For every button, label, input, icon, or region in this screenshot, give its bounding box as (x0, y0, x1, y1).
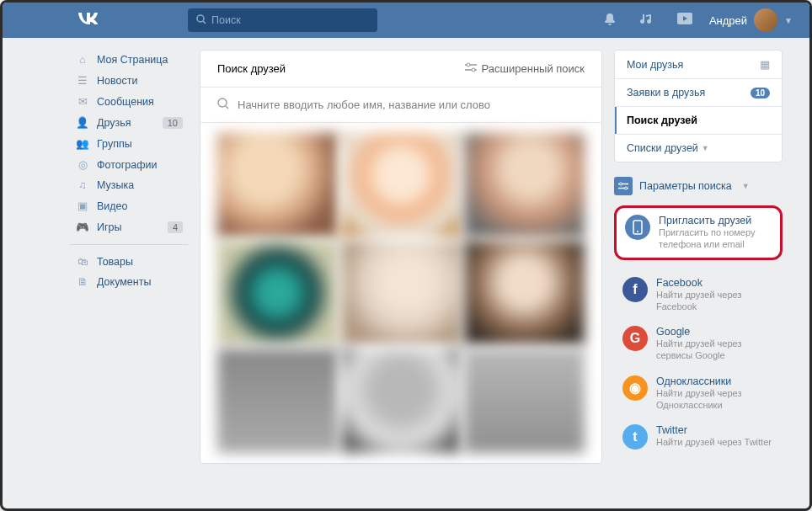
svg-point-5 (218, 98, 227, 107)
nav-search-friends[interactable]: Поиск друзей (615, 107, 782, 135)
sidebar-item-friends[interactable]: 👤Друзья10 (70, 112, 188, 133)
camera-icon: ◎ (75, 158, 90, 171)
social-subtitle: Найти друзей через Одноклассники (656, 387, 774, 412)
badge: 10 (163, 117, 183, 129)
video-icon: ▣ (75, 200, 90, 212)
search-params-toggle[interactable]: Параметры поиска ▼ (614, 174, 783, 205)
nav-label: Заявки в друзья (627, 87, 705, 98)
search-box[interactable] (188, 8, 377, 32)
facebook-icon: f (622, 277, 648, 302)
twitter-icon: t (622, 424, 648, 450)
results-grid (200, 123, 601, 463)
user-tile[interactable] (341, 241, 462, 345)
sidebar-label: Группы (97, 138, 132, 150)
video-icon[interactable] (677, 13, 692, 29)
svg-line-1 (203, 21, 206, 24)
friend-search-input[interactable] (238, 98, 585, 111)
sidebar-item-docs[interactable]: 🗎Документы (70, 272, 188, 292)
invite-title: Пригласить друзей (659, 215, 772, 226)
chevron-down-icon: ▼ (742, 182, 750, 190)
social-одноклассники[interactable]: ◉ Одноклассники Найти друзей через Однок… (614, 369, 783, 418)
right-column: Мои друзья▦ Заявки в друзья10 Поиск друз… (614, 50, 783, 464)
music-icon[interactable] (640, 13, 654, 29)
divider (70, 244, 188, 245)
social-subtitle: Найти друзей через сервисы Google (656, 338, 774, 362)
chevron-down-icon: ▼ (784, 16, 793, 25)
user-tile[interactable] (217, 241, 338, 345)
message-icon: ✉ (75, 95, 90, 108)
social-title: Twitter (656, 424, 772, 436)
user-tile[interactable] (341, 349, 462, 453)
sidebar-item-photos[interactable]: ◎Фотографии (70, 154, 188, 175)
social-title: Одноклассники (656, 375, 774, 387)
social-twitter[interactable]: t Twitter Найти друзей через Twitter (614, 418, 783, 456)
groups-icon: 👥 (75, 137, 90, 150)
sidebar-label: Музыка (97, 179, 134, 191)
sidebar-item-news[interactable]: ☰Новости (70, 70, 188, 91)
social-subtitle: Найти друзей через Twitter (656, 436, 772, 448)
svg-point-8 (625, 187, 628, 189)
search-icon (217, 98, 229, 112)
calendar-icon: ▦ (760, 58, 770, 71)
svg-point-7 (620, 183, 622, 185)
nav-label: Поиск друзей (627, 114, 697, 126)
friends-nav-panel: Мои друзья▦ Заявки в друзья10 Поиск друз… (614, 50, 783, 162)
friends-icon: 👤 (75, 116, 90, 129)
search-icon (196, 14, 206, 27)
user-tile[interactable] (464, 133, 585, 237)
user-tile[interactable] (464, 241, 585, 345)
sidebar-item-music[interactable]: ♫Музыка (70, 175, 188, 195)
sidebar-item-messages[interactable]: ✉Сообщения (70, 91, 188, 112)
badge: 4 (168, 221, 183, 233)
user-tile[interactable] (217, 133, 338, 237)
social-title: Google (656, 326, 774, 338)
count-badge: 10 (751, 88, 770, 98)
google-icon: G (622, 326, 648, 351)
main-panel: Поиск друзей Расширенный поиск (200, 50, 602, 464)
sidebar-item-games[interactable]: 🎮Игры4 (70, 216, 188, 237)
svg-point-10 (637, 231, 638, 232)
sidebar-label: Друзья (97, 117, 131, 129)
svg-point-3 (467, 63, 470, 67)
sidebar-label: Документы (97, 276, 151, 288)
nav-label: Списки друзей (627, 142, 698, 154)
sidebar-label: Игры (97, 221, 121, 233)
одноклассники-icon: ◉ (622, 375, 648, 401)
user-tile[interactable] (341, 133, 462, 237)
svg-point-4 (472, 68, 475, 72)
invite-friends-button[interactable]: Пригласить друзей Пригласить по номеру т… (614, 205, 783, 260)
extended-search-toggle[interactable]: Расширенный поиск (465, 62, 585, 75)
social-facebook[interactable]: f Facebook Найти друзей через Facebook (614, 270, 783, 320)
nav-my-friends[interactable]: Мои друзья▦ (615, 51, 782, 79)
sidebar-item-video[interactable]: ▣Видео (70, 195, 188, 216)
user-menu[interactable]: Андрей ▼ (709, 8, 793, 32)
vk-logo[interactable] (77, 11, 100, 27)
sidebar-label: Фотографии (97, 159, 157, 171)
social-google[interactable]: G Google Найти друзей через сервисы Goog… (614, 319, 783, 369)
sliders-icon (465, 62, 477, 75)
sidebar-item-groups[interactable]: 👥Группы (70, 133, 188, 154)
sidebar-item-mypage[interactable]: ⌂Моя Страница (70, 50, 188, 70)
avatar (754, 8, 777, 32)
notifications-icon[interactable] (603, 13, 617, 29)
username: Андрей (709, 14, 747, 27)
sidebar-item-market[interactable]: 🛍Товары (70, 252, 188, 272)
social-title: Facebook (656, 277, 774, 289)
chevron-down-icon: ▼ (702, 144, 709, 152)
user-tile[interactable] (217, 349, 338, 453)
svg-line-6 (226, 106, 228, 109)
nav-label: Мои друзья (627, 59, 683, 71)
sidebar: ⌂Моя Страница ☰Новости ✉Сообщения 👤Друзь… (70, 50, 188, 464)
sidebar-label: Новости (97, 75, 137, 87)
extended-search-label: Расширенный поиск (482, 62, 585, 75)
nav-friend-lists[interactable]: Списки друзей▼ (615, 135, 782, 162)
sidebar-label: Видео (97, 200, 128, 212)
music-icon: ♫ (75, 179, 90, 191)
nav-requests[interactable]: Заявки в друзья10 (615, 79, 782, 107)
search-input[interactable] (211, 14, 369, 26)
user-tile[interactable] (464, 349, 585, 453)
header: Андрей ▼ (3, 3, 809, 38)
sidebar-label: Товары (97, 256, 133, 268)
games-icon: 🎮 (75, 221, 90, 233)
sidebar-label: Сообщения (97, 96, 154, 108)
